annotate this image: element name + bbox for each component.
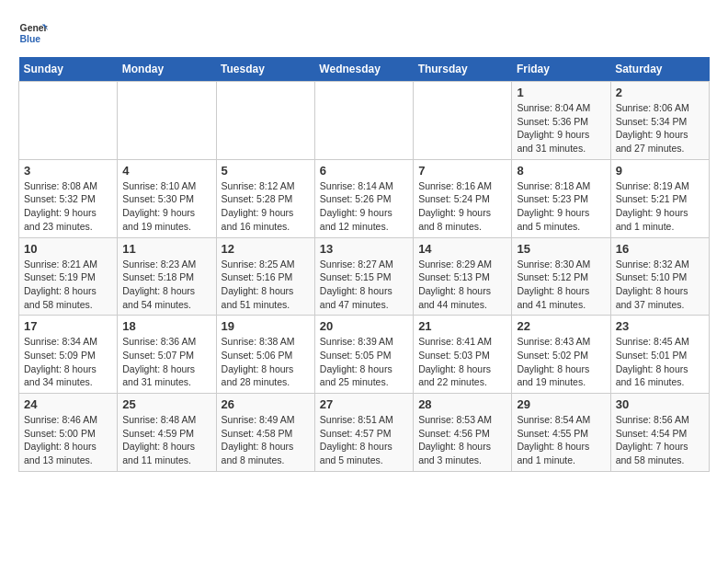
day-number: 20 xyxy=(320,319,408,333)
calendar-cell: 22Sunrise: 8:43 AM Sunset: 5:02 PM Dayli… xyxy=(512,316,610,394)
calendar-cell xyxy=(216,82,314,160)
calendar-cell: 26Sunrise: 8:49 AM Sunset: 4:58 PM Dayli… xyxy=(216,394,314,472)
calendar-cell: 15Sunrise: 8:30 AM Sunset: 5:12 PM Dayli… xyxy=(512,237,610,316)
day-number: 11 xyxy=(122,242,210,256)
logo-icon: General Blue xyxy=(18,18,48,48)
day-number: 3 xyxy=(24,164,112,178)
day-info: Sunrise: 8:19 AM Sunset: 5:21 PM Dayligh… xyxy=(616,179,704,234)
calendar-cell: 23Sunrise: 8:45 AM Sunset: 5:01 PM Dayli… xyxy=(610,316,709,394)
day-info: Sunrise: 8:38 AM Sunset: 5:06 PM Dayligh… xyxy=(222,335,310,389)
day-number: 30 xyxy=(616,397,704,411)
day-info: Sunrise: 8:39 AM Sunset: 5:05 PM Dayligh… xyxy=(320,335,408,389)
day-info: Sunrise: 8:12 AM Sunset: 5:28 PM Dayligh… xyxy=(222,179,310,234)
calendar-cell: 30Sunrise: 8:56 AM Sunset: 4:54 PM Dayli… xyxy=(610,394,709,472)
calendar-cell: 28Sunrise: 8:53 AM Sunset: 4:56 PM Dayli… xyxy=(414,394,512,472)
day-info: Sunrise: 8:30 AM Sunset: 5:12 PM Dayligh… xyxy=(517,258,605,312)
calendar-cell: 10Sunrise: 8:21 AM Sunset: 5:19 PM Dayli… xyxy=(19,237,118,316)
day-number: 12 xyxy=(222,242,310,256)
day-number: 28 xyxy=(418,397,506,411)
svg-text:Blue: Blue xyxy=(20,34,41,44)
day-info: Sunrise: 8:43 AM Sunset: 5:02 PM Dayligh… xyxy=(517,335,605,389)
day-info: Sunrise: 8:51 AM Sunset: 4:57 PM Dayligh… xyxy=(320,413,408,467)
calendar-week-row: 24Sunrise: 8:46 AM Sunset: 5:00 PM Dayli… xyxy=(19,394,710,472)
day-number: 6 xyxy=(320,164,408,178)
day-info: Sunrise: 8:16 AM Sunset: 5:24 PM Dayligh… xyxy=(418,179,506,234)
col-header-monday: Monday xyxy=(118,57,216,82)
calendar-cell: 11Sunrise: 8:23 AM Sunset: 5:18 PM Dayli… xyxy=(118,237,216,316)
col-header-wednesday: Wednesday xyxy=(314,57,413,82)
calendar-cell: 29Sunrise: 8:54 AM Sunset: 4:55 PM Dayli… xyxy=(512,394,610,472)
day-info: Sunrise: 8:04 AM Sunset: 5:36 PM Dayligh… xyxy=(517,101,605,155)
calendar-cell: 3Sunrise: 8:08 AM Sunset: 5:32 PM Daylig… xyxy=(19,159,118,237)
calendar-week-row: 3Sunrise: 8:08 AM Sunset: 5:32 PM Daylig… xyxy=(19,159,710,237)
calendar-cell: 6Sunrise: 8:14 AM Sunset: 5:26 PM Daylig… xyxy=(314,159,413,237)
day-info: Sunrise: 8:34 AM Sunset: 5:09 PM Dayligh… xyxy=(24,335,112,389)
day-number: 14 xyxy=(418,242,506,256)
calendar-cell: 1Sunrise: 8:04 AM Sunset: 5:36 PM Daylig… xyxy=(512,82,610,160)
day-number: 29 xyxy=(517,397,605,411)
calendar-cell: 19Sunrise: 8:38 AM Sunset: 5:06 PM Dayli… xyxy=(216,316,314,394)
day-info: Sunrise: 8:23 AM Sunset: 5:18 PM Dayligh… xyxy=(122,258,210,312)
day-number: 19 xyxy=(222,319,310,333)
day-info: Sunrise: 8:45 AM Sunset: 5:01 PM Dayligh… xyxy=(616,335,704,389)
calendar-cell xyxy=(414,82,512,160)
day-info: Sunrise: 8:18 AM Sunset: 5:23 PM Dayligh… xyxy=(517,179,605,234)
calendar-table: SundayMondayTuesdayWednesdayThursdayFrid… xyxy=(18,57,710,472)
calendar-cell: 7Sunrise: 8:16 AM Sunset: 5:24 PM Daylig… xyxy=(414,159,512,237)
day-number: 4 xyxy=(122,164,210,178)
calendar-cell: 9Sunrise: 8:19 AM Sunset: 5:21 PM Daylig… xyxy=(610,159,709,237)
day-number: 10 xyxy=(24,242,112,256)
day-number: 7 xyxy=(418,164,506,178)
col-header-sunday: Sunday xyxy=(19,57,118,82)
day-number: 23 xyxy=(616,319,704,333)
day-info: Sunrise: 8:32 AM Sunset: 5:10 PM Dayligh… xyxy=(616,258,704,312)
calendar-cell: 12Sunrise: 8:25 AM Sunset: 5:16 PM Dayli… xyxy=(216,237,314,316)
day-number: 9 xyxy=(616,164,704,178)
day-info: Sunrise: 8:54 AM Sunset: 4:55 PM Dayligh… xyxy=(517,413,605,467)
calendar-cell: 5Sunrise: 8:12 AM Sunset: 5:28 PM Daylig… xyxy=(216,159,314,237)
calendar-cell: 4Sunrise: 8:10 AM Sunset: 5:30 PM Daylig… xyxy=(118,159,216,237)
day-info: Sunrise: 8:46 AM Sunset: 5:00 PM Dayligh… xyxy=(24,413,112,467)
calendar-cell: 25Sunrise: 8:48 AM Sunset: 4:59 PM Dayli… xyxy=(118,394,216,472)
logo: General Blue xyxy=(18,18,48,48)
day-info: Sunrise: 8:10 AM Sunset: 5:30 PM Dayligh… xyxy=(122,179,210,234)
calendar-cell: 8Sunrise: 8:18 AM Sunset: 5:23 PM Daylig… xyxy=(512,159,610,237)
day-number: 13 xyxy=(320,242,408,256)
day-number: 22 xyxy=(517,319,605,333)
calendar-week-row: 17Sunrise: 8:34 AM Sunset: 5:09 PM Dayli… xyxy=(19,316,710,394)
calendar-cell: 20Sunrise: 8:39 AM Sunset: 5:05 PM Dayli… xyxy=(314,316,413,394)
day-number: 1 xyxy=(517,86,605,99)
day-number: 8 xyxy=(517,164,605,178)
day-number: 18 xyxy=(122,319,210,333)
calendar-cell: 13Sunrise: 8:27 AM Sunset: 5:15 PM Dayli… xyxy=(314,237,413,316)
day-number: 27 xyxy=(320,397,408,411)
calendar-cell xyxy=(118,82,216,160)
calendar-cell xyxy=(19,82,118,160)
calendar-cell: 16Sunrise: 8:32 AM Sunset: 5:10 PM Dayli… xyxy=(610,237,709,316)
calendar-cell: 24Sunrise: 8:46 AM Sunset: 5:00 PM Dayli… xyxy=(19,394,118,472)
calendar-cell: 27Sunrise: 8:51 AM Sunset: 4:57 PM Dayli… xyxy=(314,394,413,472)
day-info: Sunrise: 8:06 AM Sunset: 5:34 PM Dayligh… xyxy=(616,101,704,155)
day-info: Sunrise: 8:48 AM Sunset: 4:59 PM Dayligh… xyxy=(122,413,210,467)
day-info: Sunrise: 8:41 AM Sunset: 5:03 PM Dayligh… xyxy=(418,335,506,389)
calendar-header-row: SundayMondayTuesdayWednesdayThursdayFrid… xyxy=(19,57,710,82)
day-info: Sunrise: 8:56 AM Sunset: 4:54 PM Dayligh… xyxy=(616,413,704,467)
calendar-week-row: 10Sunrise: 8:21 AM Sunset: 5:19 PM Dayli… xyxy=(19,237,710,316)
day-number: 25 xyxy=(122,397,210,411)
calendar-cell: 14Sunrise: 8:29 AM Sunset: 5:13 PM Dayli… xyxy=(414,237,512,316)
day-number: 5 xyxy=(222,164,310,178)
day-number: 16 xyxy=(616,242,704,256)
day-info: Sunrise: 8:21 AM Sunset: 5:19 PM Dayligh… xyxy=(24,258,112,312)
day-info: Sunrise: 8:08 AM Sunset: 5:32 PM Dayligh… xyxy=(24,179,112,234)
day-info: Sunrise: 8:53 AM Sunset: 4:56 PM Dayligh… xyxy=(418,413,506,467)
page-header: General Blue xyxy=(18,18,710,48)
day-number: 24 xyxy=(24,397,112,411)
day-info: Sunrise: 8:27 AM Sunset: 5:15 PM Dayligh… xyxy=(320,258,408,312)
day-number: 17 xyxy=(24,319,112,333)
day-number: 15 xyxy=(517,242,605,256)
day-info: Sunrise: 8:49 AM Sunset: 4:58 PM Dayligh… xyxy=(222,413,310,467)
day-number: 2 xyxy=(616,86,704,99)
calendar-cell: 21Sunrise: 8:41 AM Sunset: 5:03 PM Dayli… xyxy=(414,316,512,394)
day-info: Sunrise: 8:14 AM Sunset: 5:26 PM Dayligh… xyxy=(320,179,408,234)
calendar-cell: 2Sunrise: 8:06 AM Sunset: 5:34 PM Daylig… xyxy=(610,82,709,160)
